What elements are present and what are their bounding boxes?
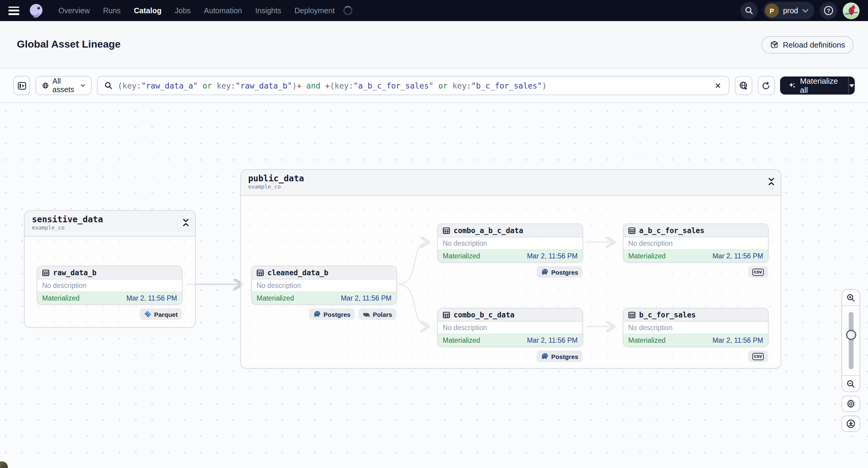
tag-label: Polars: [373, 311, 392, 318]
asset-description: No description: [438, 322, 583, 334]
asset-scope-dropdown[interactable]: All assets: [35, 76, 92, 95]
download-icon: [846, 419, 855, 428]
status-badge: Materialized: [628, 252, 665, 259]
asset-node[interactable]: combo_b_c_data No description Materializ…: [437, 308, 583, 347]
asset-tags: Postgres: [438, 350, 583, 362]
clear-query-button[interactable]: ✕: [713, 81, 722, 90]
group-name: sensitive_data: [32, 214, 188, 225]
graph-settings-button[interactable]: [841, 396, 860, 412]
asset-description: No description: [438, 237, 583, 249]
materialization-timestamp[interactable]: Mar 2, 11:56 PM: [713, 337, 763, 344]
status-badge: Materialized: [443, 337, 480, 344]
zoom-in-icon: [846, 293, 855, 302]
asset-name: combo_a_b_c_data: [454, 226, 523, 235]
asset-node[interactable]: combo_a_b_c_data No description Material…: [437, 223, 583, 262]
tag-label: Parquet: [154, 311, 178, 318]
asset-description: No description: [623, 237, 768, 249]
user-avatar[interactable]: [843, 2, 860, 19]
tag-postgres[interactable]: Postgres: [537, 350, 583, 362]
dagster-logo-icon[interactable]: [28, 3, 44, 19]
materialization-timestamp[interactable]: Mar 2, 11:56 PM: [126, 294, 177, 302]
materialize-options-button[interactable]: [848, 76, 855, 95]
download-button[interactable]: [841, 415, 860, 432]
refresh-icon: [762, 81, 770, 90]
materialize-all-button[interactable]: Materialize all: [780, 76, 848, 95]
menu-icon[interactable]: [8, 6, 19, 15]
asset-search-input[interactable]: (key:"raw_data_a" or key:"raw_data_b")+ …: [97, 76, 730, 95]
zoom-slider[interactable]: [842, 305, 860, 376]
gear-icon: [846, 399, 855, 408]
deployment-switcher[interactable]: P prod: [763, 2, 814, 19]
minimap-corner: [0, 461, 8, 468]
question-icon: ?: [824, 5, 834, 15]
group-location: example_co: [248, 184, 773, 190]
package-reload-icon: [770, 40, 779, 49]
asset-selection-query: (key:"raw_data_a" or key:"raw_data_b")+ …: [118, 81, 709, 90]
cardinal-bird-avatar-icon: [843, 2, 860, 19]
asset-tags: csv: [623, 266, 768, 278]
zoom-slider-track[interactable]: [848, 312, 853, 369]
nav-item-runs[interactable]: Runs: [103, 6, 121, 15]
tag-label: Postgres: [551, 268, 578, 276]
asset-node[interactable]: a_b_c_for_sales No description Materiali…: [623, 223, 769, 262]
asset-status-row: Materialized Mar 2, 11:56 PM: [438, 334, 583, 346]
asset-tags: Parquet: [37, 308, 182, 320]
tag-postgres[interactable]: Postgres: [537, 266, 583, 278]
tag-parquet[interactable]: Parquet: [140, 308, 182, 320]
asset-status-row: Materialized Mar 2, 11:56 PM: [623, 249, 768, 262]
asset-node[interactable]: raw_data_b No description Materialized M…: [37, 266, 183, 305]
nav-item-catalog[interactable]: Catalog: [134, 6, 162, 15]
materialization-timestamp[interactable]: Mar 2, 11:56 PM: [341, 294, 392, 302]
globe-icon: [42, 81, 49, 90]
tag-polars[interactable]: Polars: [359, 308, 396, 320]
app: Overview Runs Catalog Jobs Automation In…: [0, 0, 868, 468]
refresh-button[interactable]: [757, 76, 774, 95]
nav-right: P prod ?: [740, 2, 860, 19]
postgres-icon: [541, 352, 549, 360]
open-sidebar-button[interactable]: [13, 76, 30, 95]
materialization-timestamp[interactable]: Mar 2, 11:56 PM: [527, 337, 578, 344]
table-icon: [628, 227, 636, 234]
help-button[interactable]: ?: [820, 2, 837, 19]
reload-definitions-button[interactable]: Reload definitions: [761, 36, 854, 53]
filter-globe-button[interactable]: [735, 76, 752, 95]
csv-icon: csv: [752, 353, 764, 360]
postgres-icon: [541, 268, 549, 276]
asset-description: No description: [252, 279, 396, 291]
caret-down-icon: [849, 84, 854, 87]
tag-csv[interactable]: csv: [748, 266, 768, 278]
lineage-canvas[interactable]: sensitive_data example_co public_data ex…: [0, 103, 868, 468]
materialization-timestamp[interactable]: Mar 2, 11:56 PM: [713, 252, 763, 259]
asset-node[interactable]: cleaned_data_b No description Materializ…: [251, 266, 397, 305]
reload-definitions-label: Reload definitions: [783, 40, 845, 49]
asset-node[interactable]: b_c_for_sales No description Materialize…: [623, 308, 769, 347]
nav-item-insights[interactable]: Insights: [255, 6, 281, 15]
collapse-icon[interactable]: [768, 178, 775, 186]
collapse-icon[interactable]: [183, 219, 189, 226]
zoom-out-button[interactable]: [842, 376, 860, 392]
group-header[interactable]: public_data example_co: [241, 170, 781, 196]
tag-csv[interactable]: csv: [748, 350, 768, 362]
nav-item-overview[interactable]: Overview: [58, 6, 90, 15]
zoom-in-button[interactable]: [842, 290, 860, 305]
nav-item-automation[interactable]: Automation: [204, 6, 242, 15]
svg-text:?: ?: [827, 8, 830, 14]
nav-item-jobs[interactable]: Jobs: [175, 6, 191, 15]
asset-name: a_b_c_for_sales: [639, 226, 705, 235]
search-button[interactable]: [740, 2, 758, 19]
sparkles-icon: [788, 81, 796, 90]
nav-item-deployment[interactable]: Deployment: [294, 6, 335, 15]
parquet-icon: [144, 310, 152, 318]
zoom-slider-thumb[interactable]: [846, 330, 856, 340]
tag-postgres[interactable]: Postgres: [309, 308, 355, 320]
status-badge: Materialized: [443, 252, 480, 259]
materialization-timestamp[interactable]: Mar 2, 11:56 PM: [527, 252, 578, 259]
asset-name: cleaned_data_b: [268, 268, 328, 277]
search-icon: [745, 6, 753, 15]
group-header[interactable]: sensitive_data example_co: [25, 211, 195, 237]
globe-plus-icon: [739, 81, 748, 90]
top-nav: Overview Runs Catalog Jobs Automation In…: [0, 0, 868, 21]
group-location: example_co: [32, 225, 188, 231]
asset-description: No description: [37, 279, 182, 291]
asset-name: b_c_for_sales: [639, 311, 696, 319]
